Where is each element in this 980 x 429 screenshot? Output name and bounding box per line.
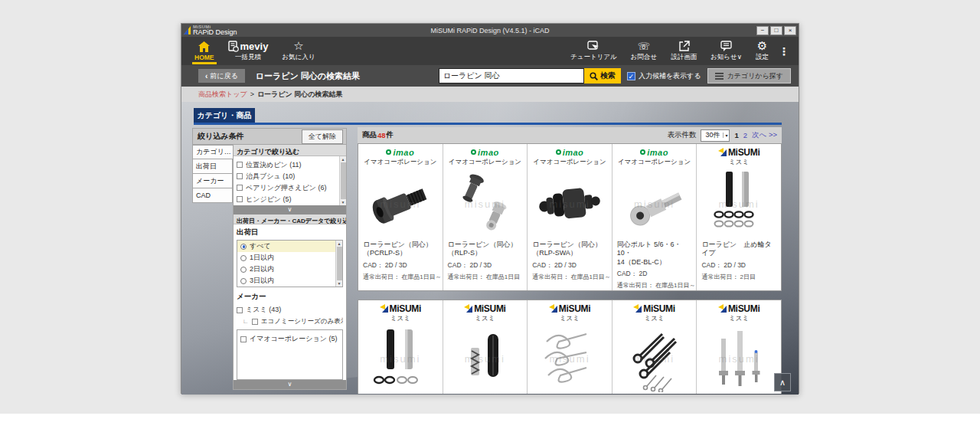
- page-2-link[interactable]: 2: [743, 131, 747, 139]
- product-card[interactable]: imao イマオコーポレーション misumi: [612, 144, 697, 290]
- cad-info[interactable]: CAD： 2D / 3D: [448, 261, 523, 270]
- category-option[interactable]: ヒンジピン (5): [237, 194, 338, 205]
- nav-settings[interactable]: ⚙ 設定: [749, 37, 776, 65]
- product-name[interactable]: ローラーピン（同心）（PCRLP-S）: [363, 241, 438, 258]
- maker-option-imao[interactable]: イマオコーポレーション (5): [240, 333, 341, 345]
- radio[interactable]: [240, 255, 247, 261]
- suggest-toggle[interactable]: ✓ 入力候補を表示する: [627, 71, 701, 81]
- cad-info[interactable]: CAD： 2D / 3D: [363, 261, 438, 270]
- product-name[interactable]: ローラーピン（同心）（RLP-SWA）: [532, 241, 607, 258]
- breadcrumb: 商品検索トップ > ローラピン 同心の検索結果: [181, 87, 799, 102]
- more-menu-button[interactable]: ⋮: [776, 37, 792, 65]
- misumi-logo-icon: [718, 148, 727, 156]
- scroll-to-top-button[interactable]: ∧: [774, 373, 791, 391]
- category-option[interactable]: 治具ブシュ (10): [237, 171, 338, 182]
- nav-contact[interactable]: ☏ お問合せ: [624, 37, 664, 65]
- maker-label: メーカー: [237, 292, 343, 302]
- next-page-link[interactable]: 次へ >>: [752, 130, 777, 140]
- product-name[interactable]: ローラーピン（同心）（RLP-S）: [448, 241, 523, 258]
- checkbox[interactable]: [237, 307, 243, 313]
- ship-option-1day[interactable]: 1日以内: [237, 252, 335, 264]
- cad-info[interactable]: CAD： 2D: [617, 270, 692, 279]
- breadcrumb-separator: >: [250, 90, 254, 98]
- product-card[interactable]: MiSUMi ミスミ misumi: [697, 300, 781, 394]
- product-card[interactable]: MiSUMi ミスミ misumi: [612, 300, 697, 394]
- product-card[interactable]: imao イマオコーポレーション misumi: [528, 144, 612, 290]
- checkbox[interactable]: [237, 196, 243, 202]
- ship-info: 通常出荷日： 2日目: [701, 273, 776, 281]
- nav-news[interactable]: お知らせ∨: [704, 37, 749, 65]
- maker-expand-button[interactable]: ∨: [234, 380, 346, 389]
- product-name[interactable]: 同心ボルト 5/6・6・10・14（DE-BL-C）: [617, 241, 692, 267]
- radio-selected[interactable]: [240, 244, 247, 250]
- ship-info: 通常出荷日： 在庫品1日目～: [617, 281, 692, 290]
- category-list-scrollbar[interactable]: ▲ ▼: [339, 156, 346, 205]
- misumi-logo-text: MiSUMi: [728, 303, 760, 314]
- imao-logo-text: imao: [563, 148, 584, 157]
- ship-option-3day[interactable]: 3日以内: [237, 275, 335, 287]
- branch-glyph: ∟: [243, 318, 249, 325]
- breadcrumb-home-link[interactable]: 商品検索トップ: [198, 90, 247, 100]
- window-title: MiSUMi RAPiD Design (V4.5.1) - iCAD: [181, 27, 799, 34]
- search-button[interactable]: 検索: [584, 68, 621, 84]
- title-bar[interactable]: MiSUMi RAPiD Design MiSUMi RAPiD Design …: [181, 24, 799, 37]
- brand-name: ミスミ: [645, 314, 665, 323]
- suggest-checkbox[interactable]: ✓: [627, 72, 635, 80]
- nav-design-screen[interactable]: 設計画面: [664, 37, 704, 65]
- ship-option-2day[interactable]: 2日以内: [237, 264, 335, 275]
- checkbox[interactable]: [252, 319, 258, 325]
- per-page-select[interactable]: 30件 ▾: [701, 129, 730, 142]
- scroll-up-icon[interactable]: ▲: [338, 241, 341, 246]
- radio[interactable]: [240, 278, 247, 284]
- product-card[interactable]: imao イマオコーポレーション misumi: [443, 144, 528, 290]
- category-expand-button[interactable]: ∨: [234, 205, 346, 215]
- radio[interactable]: [240, 267, 247, 273]
- tab-category-products[interactable]: カテゴリ・商品: [194, 108, 255, 123]
- product-card[interactable]: MiSUMi ミスミ misumi: [697, 144, 781, 290]
- close-button[interactable]: ×: [784, 26, 796, 35]
- side-tab-shipday[interactable]: 出荷日: [192, 159, 233, 174]
- cad-info[interactable]: CAD： 2D / 3D: [701, 261, 776, 270]
- checkbox[interactable]: [240, 336, 247, 342]
- cad-info[interactable]: CAD： 2D / 3D: [532, 261, 607, 270]
- misumi-logo-icon: [380, 304, 388, 313]
- ship-option-all[interactable]: すべて: [237, 241, 335, 252]
- watermark: misumi: [618, 198, 691, 210]
- maker-option-economy[interactable]: ∟エコノミーシリーズのみ表示 (1): [237, 316, 343, 327]
- checkbox[interactable]: [237, 162, 243, 168]
- watermark: misumi: [448, 353, 521, 365]
- side-tab-cad[interactable]: CAD: [192, 188, 233, 203]
- maximize-button[interactable]: □: [770, 26, 782, 35]
- category-search-button[interactable]: カテゴリから探す: [707, 68, 791, 84]
- nav-home[interactable]: HOME: [188, 37, 221, 65]
- category-option[interactable]: ベアリング押さえピン (6): [237, 182, 338, 194]
- nav-settings-label: 設定: [756, 53, 769, 62]
- side-tab-category[interactable]: カテゴリ…: [192, 145, 233, 159]
- product-card[interactable]: MiSUMi ミスミ misumi: [443, 300, 528, 394]
- scrollbar-thumb[interactable]: [341, 162, 346, 199]
- minimize-button[interactable]: −: [756, 26, 769, 35]
- category-option[interactable]: 位置決めピン (11): [237, 159, 338, 171]
- watermark: misumi: [618, 353, 691, 365]
- scrollbar-thumb[interactable]: [337, 247, 342, 280]
- nav-favorites[interactable]: ☆ お気に入り: [275, 37, 322, 65]
- product-card[interactable]: MiSUMi ミスミ misumi: [528, 300, 612, 394]
- maker-option-misumi[interactable]: ミスミ (43): [237, 304, 343, 316]
- brand-name: イマオコーポレーション: [618, 158, 691, 167]
- side-tab-maker[interactable]: メーカー: [192, 174, 233, 188]
- checkbox[interactable]: [237, 185, 243, 191]
- scroll-down-icon[interactable]: ▼: [338, 281, 341, 286]
- ship-list-scrollbar[interactable]: ▲ ▼: [335, 241, 342, 287]
- star-icon: ☆: [293, 41, 303, 52]
- nav-tutorial[interactable]: チュートリアル: [564, 37, 624, 65]
- scroll-down-icon[interactable]: ▼: [341, 200, 345, 205]
- search-input[interactable]: [439, 68, 584, 84]
- clear-all-button[interactable]: 全て解除: [302, 129, 343, 144]
- product-card[interactable]: imao イマオコーポレーション misumi: [358, 144, 443, 290]
- checkbox[interactable]: [237, 173, 243, 179]
- product-card[interactable]: MiSUMi ミスミ misumi: [358, 300, 443, 394]
- back-button[interactable]: ‹ 前に戻る: [198, 69, 245, 83]
- product-name[interactable]: ローラピン 止め輪タイプ: [701, 241, 776, 258]
- nav-meviy[interactable]: meviy 一括見積: [221, 37, 276, 65]
- scroll-up-icon[interactable]: ▲: [341, 157, 345, 162]
